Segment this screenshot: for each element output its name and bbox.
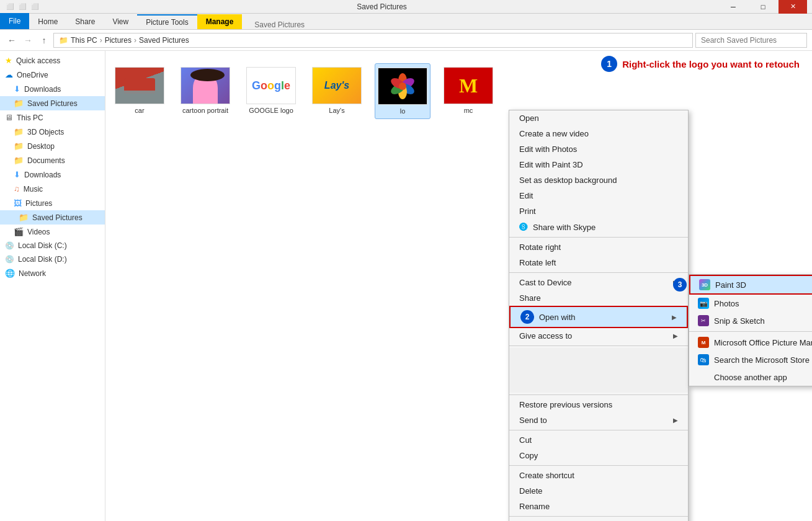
ctx-send-to-arrow: ▶	[673, 417, 678, 424]
sidebar-item-videos[interactable]: 🎬 Videos	[0, 225, 105, 239]
sidebar-item-network[interactable]: 🌐 Network	[0, 266, 105, 280]
ctx-sep-3	[509, 345, 688, 346]
tab-manage[interactable]: Manage	[197, 14, 243, 29]
instruction-bar: 1 Right-click the logo you want to retou…	[601, 56, 800, 72]
sidebar-label-desktop: Desktop	[27, 142, 55, 151]
submenu-open-with: 3 3D Paint 3D 📷 Photos ✂ Snip & Sketch M…	[689, 274, 812, 386]
ctx-send-to[interactable]: Send to ▶	[509, 412, 688, 428]
disk-d-icon: 💿	[5, 255, 14, 264]
up-button[interactable]: ↑	[37, 33, 51, 47]
ctx-cut[interactable]: Cut	[509, 432, 688, 448]
ctx-sep-6	[509, 465, 688, 466]
sidebar-item-this-pc[interactable]: 🖥 This PC	[0, 110, 105, 125]
ctx-print-label: Print	[519, 207, 536, 216]
submenu-photos[interactable]: 📷 Photos	[689, 295, 812, 312]
sidebar-item-desktop[interactable]: 📁 Desktop	[0, 139, 105, 153]
ctx-share[interactable]: Share	[509, 290, 688, 306]
path-folder-icon: 📁	[59, 36, 68, 45]
sidebar-item-music[interactable]: ♫ Music	[0, 182, 105, 196]
sidebar-item-local-c[interactable]: 💿 Local Disk (C:)	[0, 239, 105, 252]
ctx-blurred-2	[509, 363, 688, 378]
ctx-edit[interactable]: Edit	[509, 188, 688, 203]
ctx-skype[interactable]: 🅢 Share with Skype	[509, 219, 688, 235]
submenu-choose-app[interactable]: Choose another app	[689, 368, 812, 386]
ctx-delete[interactable]: Delete	[509, 483, 688, 499]
ctx-properties[interactable]: Properties	[509, 519, 688, 521]
ctx-edit-paint3d[interactable]: Edit with Paint 3D	[509, 157, 688, 172]
submenu-snip[interactable]: ✂ Snip & Sketch	[689, 312, 812, 329]
ctx-rotate-right-label: Rotate right	[519, 243, 561, 252]
ctx-create-shortcut-label: Create shortcut	[519, 471, 574, 480]
file-item-lays[interactable]: Lay's Lay's	[309, 63, 365, 119]
ctx-give-access-label: Give access to	[519, 331, 572, 341]
ctx-create-video[interactable]: Create a new video	[509, 126, 688, 141]
sidebar-item-downloads[interactable]: ⬇ Downloads	[0, 167, 105, 182]
ctx-open-label: Open	[519, 114, 539, 123]
content-area: 1 Right-click the logo you want to retou…	[105, 51, 812, 521]
ctx-print[interactable]: Print	[509, 203, 688, 219]
tab-picture-tools[interactable]: Picture Tools	[137, 14, 197, 29]
submenu-office[interactable]: M Microsoft Office Picture Manager	[689, 334, 812, 351]
thumb-logo	[378, 68, 427, 105]
path-saved-pictures[interactable]: Saved Pictures	[139, 36, 189, 45]
sidebar-item-3dobjects[interactable]: 📁 3D Objects	[0, 125, 105, 139]
sidebar-item-quick-access[interactable]: ★ Quick access	[0, 53, 105, 68]
title-bar-title: Saved Pictures	[45, 2, 719, 11]
path-pictures[interactable]: Pictures	[105, 36, 132, 45]
ctx-rename[interactable]: Rename	[509, 499, 688, 514]
file-item-logo[interactable]: lo	[375, 63, 431, 119]
tab-share[interactable]: Share	[66, 14, 104, 29]
address-path[interactable]: 📁 This PC › Pictures › Saved Pictures	[53, 33, 693, 48]
sidebar-item-saved-pictures[interactable]: 📁 Saved Pictures	[0, 210, 105, 225]
tab-view[interactable]: View	[104, 14, 137, 29]
ctx-open[interactable]: Open	[509, 110, 688, 126]
sidebar-label-downloads: Downloads	[24, 171, 61, 179]
forward-button[interactable]: →	[21, 33, 35, 47]
sidebar-item-pictures[interactable]: 🖼 Pictures	[0, 196, 105, 210]
file-item-mc[interactable]: M mc	[440, 63, 496, 119]
ctx-restore[interactable]: Restore previous versions	[509, 397, 688, 412]
ribbon-subtitle: Saved Pictures	[242, 20, 317, 29]
ctx-rotate-left[interactable]: Rotate left	[509, 255, 688, 270]
file-item-cartoon[interactable]: cartoon portrait	[177, 63, 233, 119]
folder-gold-icon-2: 📁	[19, 213, 29, 222]
step-1-circle: 1	[601, 56, 617, 72]
ctx-sep-1	[509, 237, 688, 238]
ctx-sep-5	[509, 430, 688, 430]
ctx-open-with[interactable]: 2 Open with ▶	[509, 306, 688, 328]
tab-file[interactable]: File	[0, 13, 29, 29]
download-icon-1: ⬇	[14, 84, 20, 94]
sidebar-item-saved-pictures-quick[interactable]: 📁 Saved Pictures	[0, 96, 105, 110]
sidebar-label-music: Music	[24, 185, 43, 194]
sidebar-item-documents[interactable]: 📁 Documents	[0, 153, 105, 167]
ctx-edit-photos[interactable]: Edit with Photos	[509, 141, 688, 157]
path-sep-2: ›	[134, 36, 136, 45]
file-label-logo: lo	[400, 107, 406, 115]
close-button[interactable]: ✕	[779, 0, 807, 14]
search-input[interactable]	[695, 33, 807, 48]
ctx-sep-7	[509, 516, 688, 517]
ctx-restore-label: Restore previous versions	[519, 400, 612, 409]
sidebar-item-downloads-quick[interactable]: ⬇ Downloads	[0, 82, 105, 96]
disk-c-icon: 💿	[5, 241, 14, 250]
ctx-cast[interactable]: Cast to Device ▶	[509, 275, 688, 290]
ctx-edit-photos-label: Edit with Photos	[519, 145, 577, 154]
submenu-paint3d[interactable]: 3 3D Paint 3D	[689, 275, 812, 295]
back-button[interactable]: ←	[5, 33, 19, 47]
ctx-copy[interactable]: Copy	[509, 448, 688, 463]
ctx-give-access[interactable]: Give access to ▶	[509, 328, 688, 344]
path-this-pc[interactable]: This PC	[71, 36, 97, 45]
ctx-create-shortcut[interactable]: Create shortcut	[509, 468, 688, 483]
tab-home[interactable]: Home	[29, 14, 66, 29]
file-item-google[interactable]: Google GOOGLE logo	[243, 63, 299, 119]
minimize-button[interactable]: ─	[719, 0, 747, 14]
ctx-rotate-right[interactable]: Rotate right	[509, 239, 688, 255]
maximize-button[interactable]: □	[749, 0, 777, 14]
file-item-car[interactable]: car	[112, 63, 167, 119]
ctx-desktop-bg[interactable]: Set as desktop background	[509, 172, 688, 188]
ctx-give-access-arrow: ▶	[673, 332, 678, 339]
sidebar-item-onedrive[interactable]: ☁ OneDrive	[0, 68, 105, 82]
submenu-store[interactable]: 🛍 Search the Microsoft Store	[689, 351, 812, 368]
paint3d-icon: 3D	[699, 279, 710, 290]
sidebar-item-local-d[interactable]: 💿 Local Disk (D:)	[0, 252, 105, 266]
